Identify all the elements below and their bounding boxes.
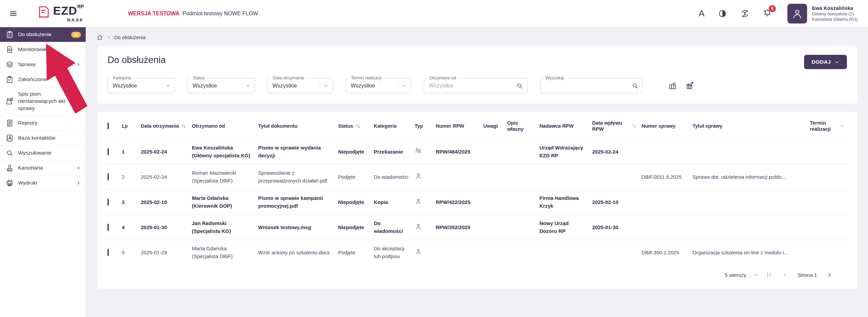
search-icon[interactable] [632, 82, 638, 89]
prev-page-button[interactable] [782, 272, 788, 278]
column-header-rpw_date[interactable]: Data wpływu RPW [592, 113, 641, 139]
cell-doc_title: Wzór ankiety po szkoleniu.docx [258, 240, 338, 265]
first-page-button[interactable] [767, 272, 773, 278]
printer-icon [6, 179, 14, 187]
magnifier-icon [6, 149, 14, 157]
filter-termin-realizacji-select[interactable]: Termin realizacjiWszystkie [346, 78, 411, 93]
filter-value: Wszystkie [193, 83, 238, 89]
cell-rpw_date: 2025-02-10 [592, 190, 641, 215]
chevron-down-icon[interactable] [401, 83, 407, 89]
app-logo[interactable]: EZDRP NASK [38, 5, 84, 22]
contrast-icon[interactable] [718, 9, 727, 18]
row-checkbox[interactable] [107, 148, 109, 155]
notifications-button[interactable]: 6 [763, 9, 772, 19]
chevron-down-icon [834, 60, 839, 65]
hamburger-menu-icon[interactable] [9, 9, 18, 18]
filter-otrzymane-od-input[interactable]: Otrzymane od [424, 78, 528, 93]
table-row[interactable]: 42025-01-30Jan Radomski (Specjalista KG)… [105, 215, 849, 240]
cell-notes [483, 215, 507, 240]
cell-rpw: RPW/484/2025 [436, 139, 483, 164]
ezd-document-icon [38, 5, 50, 20]
table-row[interactable]: 32025-02-10Marta Gdańska (Kierownik DOP)… [105, 190, 849, 215]
chevron-down-icon[interactable] [165, 83, 170, 89]
cell-type [415, 190, 436, 215]
cell-case_title [692, 190, 810, 215]
sort-icon[interactable] [355, 123, 361, 129]
column-header-status[interactable]: Status [338, 113, 374, 139]
cell-case_number: DBiF.300.1.2025 [641, 240, 692, 265]
env-badge: WERSJA TESTOWA [128, 11, 179, 17]
table-toolbar-icons [668, 81, 694, 90]
cell-case_title: Organizacja szkolenia on-line z modułu r… [692, 240, 810, 265]
row-checkbox[interactable] [107, 224, 109, 231]
cell-from: Ewa Koszalińska (Główny specjalista KG) [192, 139, 258, 164]
sidebar-item-wyszukiwanie[interactable]: Wyszukiwanie [0, 146, 86, 161]
column-header-own_desc: Opis własny [507, 113, 539, 139]
chevron-right-icon [76, 180, 81, 186]
document-eye-icon [6, 46, 14, 53]
cell-lp: 1 [122, 139, 141, 164]
filter-label: Data otrzymania [271, 76, 305, 80]
session-refresh-icon[interactable] [740, 9, 749, 18]
sidebar-item-kancelaria[interactable]: Kancelaria [0, 161, 86, 176]
cell-lp: 3 [122, 190, 141, 215]
row-select-cell [105, 190, 122, 215]
row-checkbox[interactable] [107, 249, 109, 256]
filter-wyszukaj-input[interactable]: Wyszukaj [540, 78, 643, 93]
cell-from: Roman Mazowiecki (Specjalista DBiF) [192, 164, 258, 190]
filter-otrzymane-od-text[interactable] [429, 83, 516, 89]
sidebar-item-do-obsluzenia[interactable]: Do obsłużenia10 [0, 27, 86, 42]
chevron-down-icon[interactable] [323, 83, 329, 89]
table-row[interactable]: 12025-02-24Ewa Koszalińska (Główny specj… [105, 139, 849, 164]
cell-notes [483, 139, 507, 164]
column-header-label: Nadawca RPW [539, 123, 574, 129]
select-all-checkbox[interactable] [107, 123, 109, 129]
filter-label: Wyszukaj [544, 76, 565, 80]
sidebar-item-rejestry[interactable]: Rejestry [0, 116, 86, 131]
filter-value: Wszystkie [272, 83, 317, 89]
page-label: Strona 1 [798, 272, 817, 278]
sort-icon[interactable] [840, 123, 845, 129]
next-page-button[interactable] [827, 272, 833, 278]
home-icon[interactable] [97, 34, 103, 41]
avatar-person-icon [791, 8, 803, 19]
sidebar-item-sprawy[interactable]: Sprawy [0, 57, 86, 72]
sidebar-item-label: Zakończone [18, 76, 81, 83]
table-row[interactable]: 52025-01-29Marta Gdańska (Specjalista DB… [105, 240, 849, 265]
table-row[interactable]: 22025-02-24Roman Mazowiecki (Specjalista… [105, 164, 849, 190]
column-header-date[interactable]: Data otrzymania [141, 113, 192, 139]
table-header-row: LpData otrzymaniaOtrzymano odTytuł dokum… [105, 113, 849, 139]
rows-per-page-select[interactable]: 5 wierszy [725, 272, 759, 278]
column-header-label: Uwagi [483, 123, 498, 129]
column-header-case_number: Numer sprawy [641, 113, 692, 139]
stamp-icon [6, 164, 14, 172]
cell-type [415, 139, 436, 164]
filter-kategoria-select[interactable]: KategoriaWszystkie [107, 78, 175, 93]
font-size-icon[interactable]: A [699, 9, 705, 18]
table-export-icon[interactable] [686, 81, 694, 90]
sort-icon[interactable] [181, 123, 187, 129]
filters-card: Do obsłużenia DODAJ KategoriaWszystkieSt… [97, 46, 857, 104]
filter-data-otrzymania-select[interactable]: Data otrzymaniaWszystkie [267, 78, 333, 93]
sidebar-item-zakonczone[interactable]: Zakończone [0, 72, 86, 87]
user-menu[interactable]: Ewa Koszalińska Główny specjalista (1) K… [787, 4, 858, 23]
chevron-down-icon[interactable] [245, 83, 250, 89]
add-button[interactable]: DODAJ [804, 55, 847, 69]
row-checkbox[interactable] [107, 173, 109, 180]
column-header-due_date[interactable]: Termin realizacji [810, 113, 849, 139]
filter-label: Otrzymane od [428, 76, 458, 80]
sidebar-item-monitorowane[interactable]: Monitorowane [0, 42, 86, 57]
divider [320, 82, 320, 89]
filter-wyszukaj-text[interactable] [545, 83, 632, 89]
sidebar-item-spis-pism[interactable]: Spis pism niestanowiących akt sprawy [0, 87, 86, 116]
sidebar-item-wydruki[interactable]: Wydruki [0, 176, 86, 191]
column-header-doc_title: Tytuł dokumentu [258, 113, 338, 139]
row-checkbox[interactable] [107, 199, 109, 206]
sort-icon[interactable] [632, 123, 637, 129]
sidebar-item-label: Monitorowane [18, 46, 81, 53]
sidebar-item-baza-kontaktow[interactable]: Baza kontaktów [0, 131, 86, 146]
briefcase-check-icon[interactable] [668, 81, 677, 90]
cell-own_desc [507, 164, 539, 190]
filter-status-select[interactable]: StatusWszystkie [187, 78, 255, 93]
search-icon[interactable] [516, 82, 523, 89]
